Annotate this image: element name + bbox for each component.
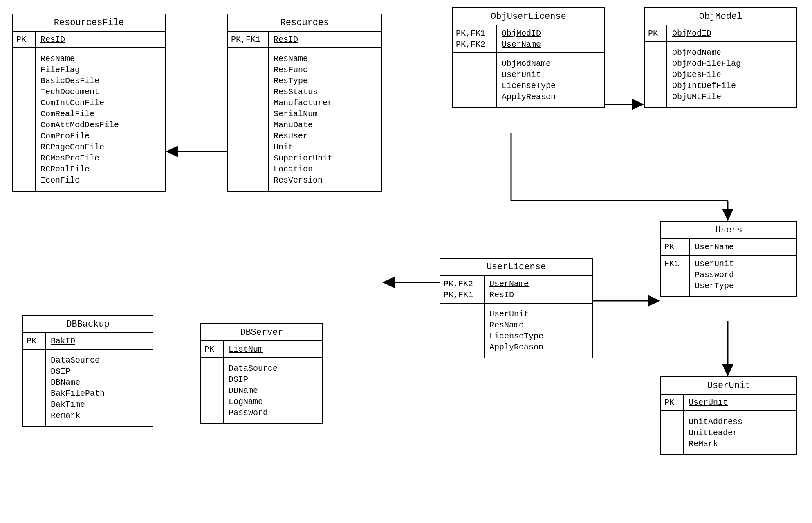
svg-marker-11 bbox=[648, 295, 660, 307]
pk-field: ResID bbox=[489, 289, 587, 300]
entity-title: UserUnit bbox=[661, 377, 796, 395]
entity-title: Users bbox=[661, 222, 796, 239]
svg-marker-7 bbox=[722, 209, 733, 221]
entity-title: Resources bbox=[228, 14, 381, 32]
key-tag: PK bbox=[204, 344, 220, 355]
key-tag: PK,FK1 bbox=[231, 34, 265, 45]
attrs-list: ObjModName ObjModFileFlag ObjDesFile Obj… bbox=[667, 42, 796, 107]
svg-marker-13 bbox=[722, 364, 733, 376]
entity-title: ResourcesFile bbox=[13, 14, 165, 32]
entity-obj-user-license: ObjUserLicense PK,FK1 PK,FK2 ObjModID Us… bbox=[452, 7, 605, 108]
key-tag: PK,FK2 bbox=[444, 278, 480, 289]
entity-title: DBServer bbox=[201, 324, 322, 341]
entity-title: ObjUserLicense bbox=[453, 8, 604, 25]
entity-resources-file: ResourcesFile PK ResID ResName FileFlag … bbox=[12, 14, 166, 192]
entity-title: ObjModel bbox=[645, 8, 796, 25]
pk-field: ResID bbox=[274, 34, 377, 45]
entity-db-backup: DBBackup PK BakID DataSource DSIP DBName… bbox=[22, 315, 153, 427]
svg-marker-1 bbox=[166, 146, 178, 157]
pk-field: UserName bbox=[489, 278, 587, 289]
pk-field: BakID bbox=[51, 336, 148, 347]
key-tag: PK bbox=[664, 397, 680, 408]
svg-marker-9 bbox=[382, 277, 395, 288]
attrs-list: ObjModName UserUnit LicenseType ApplyRea… bbox=[497, 53, 604, 107]
attrs-list: UserUnit ResName LicenseType ApplyReason bbox=[485, 304, 592, 358]
pk-field: ObjModID bbox=[502, 28, 599, 39]
attrs-list: UserUnit Password UserType bbox=[690, 256, 796, 296]
entity-user-unit: UserUnit PK UserUnit UnitAddress UnitLea… bbox=[660, 376, 797, 455]
pk-field: ResID bbox=[40, 34, 160, 45]
pk-field: UserName bbox=[695, 241, 792, 252]
key-tag: PK bbox=[664, 241, 686, 252]
attrs-list: ResName ResFunc ResType ResStatus Manufa… bbox=[269, 48, 381, 191]
entity-obj-model: ObjModel PK ObjModID ObjModName ObjModFi… bbox=[644, 7, 797, 108]
attrs-list: UnitAddress UnitLeader ReMark bbox=[684, 411, 796, 454]
attrs-list: ResName FileFlag BasicDesFile TechDocume… bbox=[36, 48, 165, 191]
entity-title: UserLicense bbox=[440, 259, 592, 276]
entity-users: Users PK UserName FK1 UserUnit Password … bbox=[660, 221, 797, 297]
key-tag: PK bbox=[16, 34, 31, 45]
attrs-list: DataSource DSIP DBName BakFilePath BakTi… bbox=[46, 350, 153, 426]
key-tag: PK bbox=[27, 336, 42, 347]
pk-field: ObjModID bbox=[672, 28, 792, 39]
pk-field: UserUnit bbox=[689, 397, 792, 408]
pk-field: UserName bbox=[502, 39, 599, 50]
key-tag: PK bbox=[648, 28, 663, 39]
key-tag: PK,FK1 bbox=[444, 289, 480, 300]
attrs-list: DataSource DSIP DBName LogName PassWord bbox=[224, 358, 322, 423]
entity-db-server: DBServer PK ListNum DataSource DSIP DBNa… bbox=[200, 323, 323, 424]
entity-title: DBBackup bbox=[23, 316, 153, 333]
key-tag: PK,FK1 bbox=[456, 28, 493, 39]
fk-tag: FK1 bbox=[664, 258, 686, 269]
svg-marker-3 bbox=[632, 99, 644, 110]
pk-field: ListNum bbox=[229, 344, 317, 355]
entity-user-license: UserLicense PK,FK2 PK,FK1 UserName ResID… bbox=[440, 258, 593, 358]
key-tag: PK,FK2 bbox=[456, 39, 493, 50]
entity-resources: Resources PK,FK1 ResID ResName ResFunc R… bbox=[227, 14, 382, 192]
